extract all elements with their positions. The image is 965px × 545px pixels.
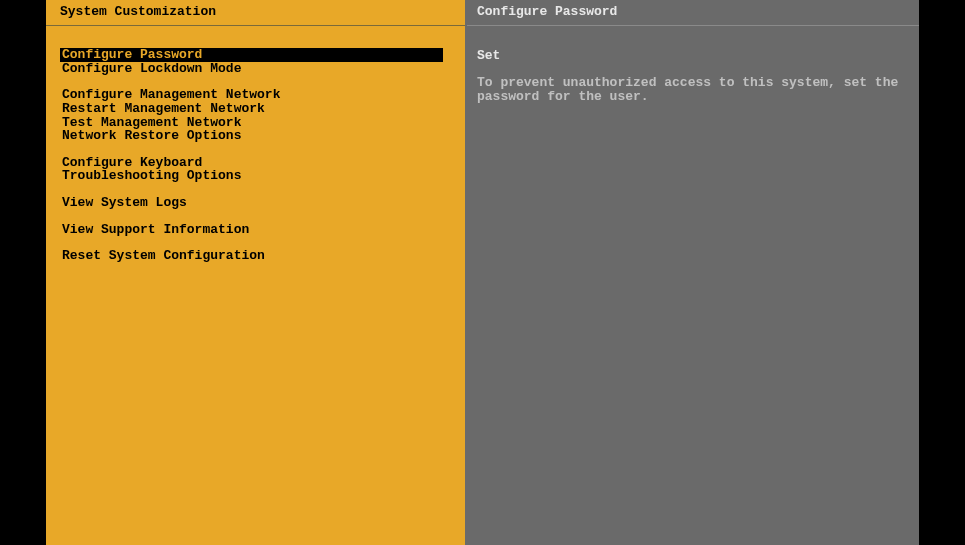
menu-item-view-support-information[interactable]: View Support Information	[60, 223, 451, 237]
dcui-console: System Customization Configure Password …	[0, 0, 965, 545]
menu-item-configure-lockdown-mode[interactable]: Configure Lockdown Mode	[60, 62, 451, 76]
right-panel: Configure Password Set To prevent unauth…	[467, 0, 919, 545]
menu-item-network-restore-options[interactable]: Network Restore Options	[60, 129, 451, 143]
menu-item-configure-keyboard[interactable]: Configure Keyboard	[60, 156, 451, 170]
menu-item-configure-password[interactable]: Configure Password	[60, 48, 443, 62]
password-description: To prevent unauthorized access to this s…	[477, 76, 909, 105]
right-panel-title: Configure Password	[467, 0, 919, 26]
left-panel: System Customization Configure Password …	[46, 0, 467, 545]
menu-group: Reset System Configuration	[60, 249, 451, 263]
menu-group: Configure Management Network Restart Man…	[60, 88, 451, 143]
menu-group: Configure Password Configure Lockdown Mo…	[60, 48, 451, 75]
menu-item-troubleshooting-options[interactable]: Troubleshooting Options	[60, 169, 451, 183]
menu-list: Configure Password Configure Lockdown Mo…	[46, 26, 465, 545]
menu-item-configure-management-network[interactable]: Configure Management Network	[60, 88, 451, 102]
menu-item-reset-system-configuration[interactable]: Reset System Configuration	[60, 249, 451, 263]
left-panel-title: System Customization	[46, 0, 465, 26]
menu-group: View Support Information	[60, 223, 451, 237]
password-status: Set	[477, 48, 909, 63]
menu-item-restart-management-network[interactable]: Restart Management Network	[60, 102, 451, 116]
menu-group: Configure Keyboard Troubleshooting Optio…	[60, 156, 451, 183]
menu-item-test-management-network[interactable]: Test Management Network	[60, 116, 451, 130]
menu-group: View System Logs	[60, 196, 451, 210]
detail-body: Set To prevent unauthorized access to th…	[467, 26, 919, 545]
menu-item-view-system-logs[interactable]: View System Logs	[60, 196, 451, 210]
